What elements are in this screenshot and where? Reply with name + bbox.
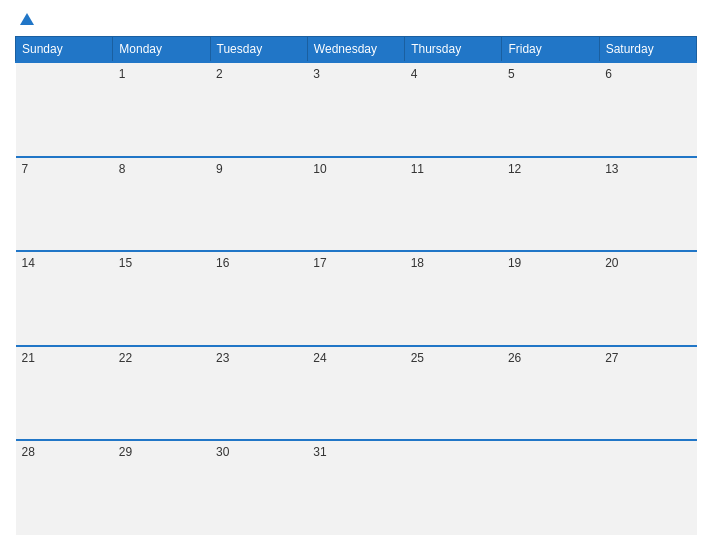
calendar-cell: 16: [210, 251, 307, 346]
day-number: 31: [313, 445, 326, 459]
calendar-cell: 19: [502, 251, 599, 346]
week-row-2: 78910111213: [16, 157, 697, 252]
calendar-cell: 25: [405, 346, 502, 441]
calendar-cell: 29: [113, 440, 210, 535]
day-number: 12: [508, 162, 521, 176]
day-number: 28: [22, 445, 35, 459]
calendar-cell: 3: [307, 62, 404, 157]
calendar-cell: 9: [210, 157, 307, 252]
calendar-cell: 17: [307, 251, 404, 346]
day-number: 2: [216, 67, 223, 81]
calendar-cell: [599, 440, 696, 535]
calendar-cell: 20: [599, 251, 696, 346]
calendar-cell: 5: [502, 62, 599, 157]
day-number: 9: [216, 162, 223, 176]
weekday-header-monday: Monday: [113, 37, 210, 63]
day-number: 20: [605, 256, 618, 270]
day-number: 6: [605, 67, 612, 81]
calendar-cell: 6: [599, 62, 696, 157]
day-number: 14: [22, 256, 35, 270]
calendar-cell: 7: [16, 157, 113, 252]
day-number: 15: [119, 256, 132, 270]
calendar-cell: 26: [502, 346, 599, 441]
day-number: 22: [119, 351, 132, 365]
day-number: 19: [508, 256, 521, 270]
day-number: 29: [119, 445, 132, 459]
calendar-cell: 13: [599, 157, 696, 252]
day-number: 23: [216, 351, 229, 365]
calendar-cell: 14: [16, 251, 113, 346]
calendar-cell: 4: [405, 62, 502, 157]
day-number: 10: [313, 162, 326, 176]
calendar-cell: 8: [113, 157, 210, 252]
day-number: 3: [313, 67, 320, 81]
calendar-cell: [405, 440, 502, 535]
calendar-cell: 2: [210, 62, 307, 157]
day-number: 30: [216, 445, 229, 459]
logo-triangle-icon: [20, 13, 34, 25]
weekday-header-thursday: Thursday: [405, 37, 502, 63]
calendar-cell: [502, 440, 599, 535]
day-number: 5: [508, 67, 515, 81]
calendar-cell: 27: [599, 346, 696, 441]
calendar-cell: 23: [210, 346, 307, 441]
calendar-header: [15, 10, 697, 28]
calendar-cell: [16, 62, 113, 157]
weekday-header-tuesday: Tuesday: [210, 37, 307, 63]
week-row-3: 14151617181920: [16, 251, 697, 346]
calendar-cell: 15: [113, 251, 210, 346]
day-number: 1: [119, 67, 126, 81]
weekday-header-sunday: Sunday: [16, 37, 113, 63]
calendar-cell: 18: [405, 251, 502, 346]
calendar-cell: 30: [210, 440, 307, 535]
day-number: 13: [605, 162, 618, 176]
day-number: 4: [411, 67, 418, 81]
day-number: 11: [411, 162, 424, 176]
calendar-cell: 11: [405, 157, 502, 252]
weekday-header-friday: Friday: [502, 37, 599, 63]
day-number: 24: [313, 351, 326, 365]
calendar-cell: 1: [113, 62, 210, 157]
calendar-cell: 21: [16, 346, 113, 441]
calendar-cell: 28: [16, 440, 113, 535]
logo: [15, 10, 40, 28]
weekday-header-wednesday: Wednesday: [307, 37, 404, 63]
calendar-cell: 10: [307, 157, 404, 252]
weekday-header-row: SundayMondayTuesdayWednesdayThursdayFrid…: [16, 37, 697, 63]
day-number: 8: [119, 162, 126, 176]
day-number: 25: [411, 351, 424, 365]
week-row-1: 123456: [16, 62, 697, 157]
week-row-5: 28293031: [16, 440, 697, 535]
weekday-header-saturday: Saturday: [599, 37, 696, 63]
calendar-cell: 22: [113, 346, 210, 441]
week-row-4: 21222324252627: [16, 346, 697, 441]
calendar-container: SundayMondayTuesdayWednesdayThursdayFrid…: [0, 0, 712, 550]
day-number: 17: [313, 256, 326, 270]
day-number: 16: [216, 256, 229, 270]
calendar-cell: 24: [307, 346, 404, 441]
calendar-table: SundayMondayTuesdayWednesdayThursdayFrid…: [15, 36, 697, 535]
day-number: 27: [605, 351, 618, 365]
day-number: 21: [22, 351, 35, 365]
calendar-cell: 31: [307, 440, 404, 535]
day-number: 7: [22, 162, 29, 176]
day-number: 18: [411, 256, 424, 270]
calendar-cell: 12: [502, 157, 599, 252]
day-number: 26: [508, 351, 521, 365]
